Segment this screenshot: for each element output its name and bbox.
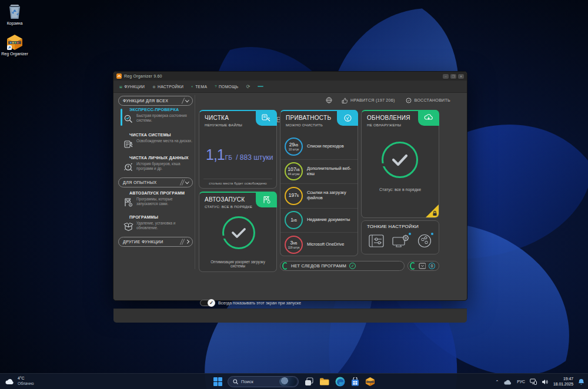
theme-menu-icon: ◐: [191, 85, 193, 88]
privacy-size-circle: 29КБ 10 штук: [285, 138, 303, 156]
sliders-panel-icon[interactable]: [369, 234, 385, 250]
task-view-button[interactable]: [304, 377, 314, 387]
reg-organizer-window: Reg Organizer 9.60 – ❐ ✕ ⊞ ФУНКЦИИ ⚙ НАС…: [113, 71, 467, 301]
privacy-row[interactable]: 3МБ 119 штук Microsoft OneDrive: [280, 232, 358, 257]
cloud-download-icon: [424, 114, 434, 122]
broom-files-icon: [262, 114, 271, 122]
check-icon: [230, 227, 247, 239]
group-label: ДРУГИЕ ФУНКЦИИ: [123, 240, 163, 244]
restore-icon[interactable]: [406, 98, 412, 103]
file-explorer-button[interactable]: [319, 377, 330, 386]
menu-help[interactable]: ? ПОМОЩЬ: [215, 85, 238, 89]
menu-label: НАСТРОЙКИ: [158, 85, 183, 89]
window-footer: [113, 308, 467, 323]
refresh-icon[interactable]: ⟳: [246, 84, 250, 89]
sidebar-item-desc: Удаление, установка и обновление.: [136, 221, 195, 232]
volume-icon[interactable]: [542, 379, 549, 385]
chevron-right-icon: [185, 240, 189, 243]
archive-box-icon: [419, 263, 426, 269]
card-cleanup[interactable]: ЧИСТКА НЕНУЖНЫЕ ФАЙЛЫ 1,1ГБ / 883 штуки …: [199, 110, 277, 189]
sidebar-item-autorun-programs[interactable]: АВТОЗАПУСК ПРОГРАММ Программы, которые з…: [123, 191, 195, 207]
chevron-down-icon: [185, 180, 189, 183]
racing-flag-icon: [262, 196, 271, 204]
start-button[interactable]: [213, 377, 222, 386]
reg-organizer-taskbar-button[interactable]: [365, 377, 375, 387]
network-devices-icon[interactable]: [530, 378, 537, 385]
sidebar-item-express-check[interactable]: ЭКСПРЕСС-ПРОВЕРКА Быстрая проверка состо…: [123, 108, 195, 124]
check-icon: [390, 153, 409, 167]
weather-widget[interactable]: 4°C Облачно: [5, 376, 34, 386]
card-privacy[interactable]: ПРИВАТНОСТЬ МОЖНО ОЧИСТИТЬ 29КБ 10 штук …: [280, 110, 358, 256]
cleanup-unit: ГБ: [225, 155, 232, 161]
no-traces-pill[interactable]: НЕТ СЛЕДОВ ПРОГРАММ ✓: [280, 261, 405, 271]
sidebar-group-for-experienced[interactable]: ДЛЯ ОПЫТНЫХ: [118, 177, 193, 187]
sidebar-group-other-functions[interactable]: ДРУГИЕ ФУНКЦИИ: [118, 237, 193, 247]
updates-badge: [418, 110, 439, 126]
microsoft-store-button[interactable]: [350, 377, 360, 387]
toggle-knob: ✓: [208, 299, 215, 307]
tray-date: 18.01.2025: [553, 382, 573, 387]
footer-items: НРАВИТСЯ (197 206) ВОССТАНОВИТЬ: [326, 97, 450, 103]
ignored-items-pill[interactable]: 0: [407, 261, 439, 271]
search-icon: [233, 379, 238, 384]
privacy-row[interactable]: 29КБ 10 штук Списки переходов: [280, 135, 358, 159]
globe-icon[interactable]: [326, 97, 332, 103]
like-button[interactable]: НРАВИТСЯ (197 206): [350, 98, 395, 103]
menu-settings[interactable]: ⚙ НАСТРОЙКИ: [152, 85, 183, 89]
language-indicator[interactable]: РУС: [517, 380, 525, 384]
clock[interactable]: 19:47 18.01.2025: [553, 377, 573, 387]
sidebar-item-title: ПРОГРАММЫ: [129, 215, 195, 220]
privacy-row[interactable]: 107КБ 44 штуки Дополнительный веб-кэш: [280, 159, 358, 184]
sidebar-item-desc: Программы, которые запускаются сами.: [136, 197, 195, 207]
sidebar-item-desc: Освобождение места на дисках.: [136, 139, 192, 149]
privacy-row-label: Microsoft OneDrive: [307, 242, 344, 247]
menu-label: ТЕМА: [195, 85, 207, 89]
close-button[interactable]: ✕: [458, 74, 464, 79]
thumbs-up-icon[interactable]: [342, 98, 348, 103]
taskbar: 4°C Облачно Поиск ⌃ РУ: [0, 373, 588, 389]
window-titlebar[interactable]: Reg Organizer 9.60 – ❐ ✕: [113, 72, 467, 81]
desktop-icon-reg-organizer[interactable]: Reg Organizer: [0, 34, 31, 56]
sidebar-item-programs[interactable]: ПРОГРАММЫ Удаление, установка и обновлен…: [123, 215, 195, 232]
menu-accent-dash: [258, 86, 263, 87]
maximize-button[interactable]: ❐: [450, 74, 456, 79]
privacy-size-circle: 3МБ 119 штук: [285, 236, 303, 254]
search-input[interactable]: Поиск: [228, 376, 299, 387]
chevron-down-icon: [185, 98, 189, 102]
privacy-row-label: Недавние документы: [307, 217, 350, 223]
divider: [195, 95, 195, 269]
system-tweaks-icon[interactable]: [392, 234, 410, 250]
sidebar-item-private-data-cleanup[interactable]: ЧИСТКА ЛИЧНЫХ ДАННЫХ История браузеров, …: [123, 156, 195, 172]
edge-browser-button[interactable]: [335, 377, 345, 387]
tray-expand-chevron[interactable]: ⌃: [495, 380, 499, 384]
privacy-row[interactable]: 197Б Ссылки на загрузку файлов: [280, 183, 358, 208]
weather-condition: Облачно: [18, 381, 34, 387]
green-arc-icon: [410, 262, 416, 270]
group-deco: [183, 98, 183, 104]
search-daily-image[interactable]: [279, 377, 297, 386]
cleanup-caption: столько места будет освобождено: [203, 179, 272, 185]
open-box-icon: [123, 221, 134, 232]
group-deco: [181, 179, 183, 186]
notification-bell-icon[interactable]: [578, 378, 584, 385]
app-icon: [116, 73, 122, 79]
sidebar-group-functions-for-all[interactable]: ФУНКЦИИ ДЛЯ ВСЕХ: [118, 96, 193, 106]
private-data-icon: [123, 162, 134, 172]
menu-theme[interactable]: ◐ ТЕМА: [191, 85, 207, 89]
notification-dot: [409, 233, 411, 235]
card-tweaks[interactable]: ТОНКИЕ НАСТРОЙКИ: [361, 220, 439, 254]
restore-button[interactable]: ВОССТАНОВИТЬ: [415, 98, 450, 103]
desktop-icon-recycle-bin[interactable]: Корзина: [0, 4, 31, 26]
show-on-startup-toggle[interactable]: ✓: [200, 300, 215, 306]
menu-functions[interactable]: ⊞ ФУНКЦИИ: [119, 85, 145, 89]
system-tray: ⌃ РУС 19:47 18.01.2025: [495, 375, 584, 388]
functions-menu-icon: ⊞: [119, 85, 122, 89]
privacy-badge: [337, 110, 358, 126]
privacy-row[interactable]: 1КБ Недавние документы: [280, 208, 358, 233]
onedrive-icon[interactable]: [503, 379, 512, 385]
card-updates[interactable]: ОБНОВЛЕНИЯ НЕ ОБНАРУЖЕНЫ Статус: все в п…: [361, 110, 439, 218]
sidebar-item-system-cleanup[interactable]: ЧИСТКА СИСТЕМЫ Освобождение места на дис…: [123, 133, 195, 149]
card-autorun[interactable]: АВТОЗАПУСК СТАТУС: ВСЕ В ПОРЯДКЕ Оптимиз…: [199, 192, 277, 272]
shapes-circle-icon[interactable]: [417, 234, 432, 250]
minimize-button[interactable]: –: [443, 74, 449, 79]
